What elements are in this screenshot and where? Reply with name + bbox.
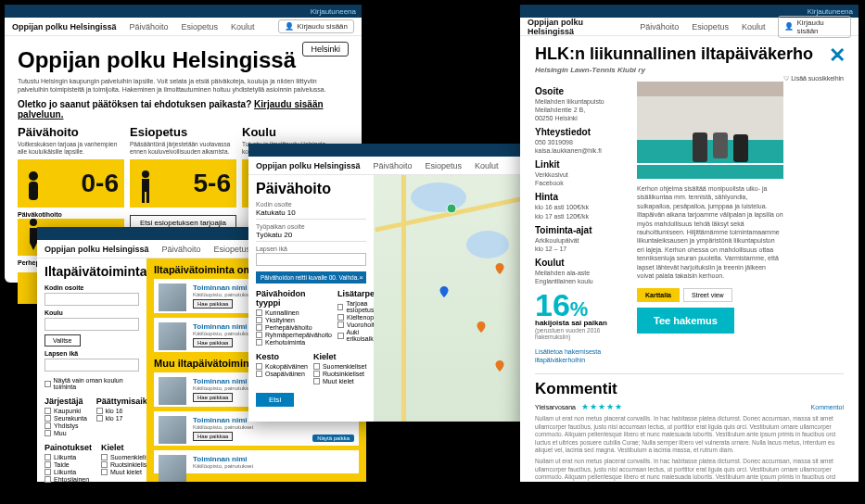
login-status: Kirjautuneena [311, 7, 356, 16]
linkit-h: Linkit [535, 159, 628, 170]
search-button[interactable]: Etsi [256, 393, 294, 407]
cb-ehto[interactable]: Ehtosijainen [45, 476, 92, 483]
map-sidebar: Päivähoito Kodin osoite Katukatu 10 Työp… [248, 175, 374, 422]
yht-l1: 050 3019098 [535, 138, 628, 146]
comment-link[interactable]: Kommentoi [811, 404, 844, 410]
age-band[interactable]: 5-6 [130, 159, 236, 208]
view-map-button[interactable]: Karttalla [637, 288, 680, 302]
show-pill[interactable]: Näytä paikka [312, 435, 354, 442]
cb-erit[interactable]: Kehitysvammaiset ja autistiset lapset [45, 500, 139, 504]
ajat-h: Toiminta-ajat [535, 225, 628, 235]
cb-vuoro[interactable]: Vuorohoitoa [337, 321, 374, 328]
cb-klo17[interactable]: klo 17 [96, 415, 152, 422]
nav-paivahoito[interactable]: Päivähoito [374, 161, 413, 170]
map-pin-blue[interactable] [439, 286, 450, 297]
nav-esiopetus[interactable]: Esiopetus [426, 161, 463, 170]
login-button[interactable]: 👤Kirjaudu sisään [778, 16, 851, 38]
col-desc: Pääsääntönä järjestetään vuotavassa enne… [130, 141, 236, 156]
nav-paivahoito[interactable]: Päivähoito [640, 22, 679, 32]
result-card[interactable]: Toiminnan nimiKätilöopisto, painotukset [154, 450, 359, 473]
hae-button[interactable]: Hae paikkaa [193, 338, 233, 347]
nav-koulut[interactable]: Koulut [231, 22, 255, 32]
brand[interactable]: Oppijan polku Helsingissä [45, 245, 149, 254]
cb-muu[interactable]: Muu [45, 430, 87, 436]
kodin-input[interactable] [45, 293, 139, 306]
nav-paivahoito[interactable]: Päivähoito [130, 22, 169, 32]
own-school-checkbox[interactable]: Näytä vain oman koulun toiminta [45, 377, 139, 390]
nav-esiopetus[interactable]: Esiopetus [692, 22, 729, 32]
view-street-button[interactable]: Street view [683, 288, 732, 302]
brand[interactable]: Oppijan polku Helsingissä [528, 18, 627, 36]
close-icon[interactable]: × [359, 273, 363, 282]
age-band[interactable]: 0-6 [18, 159, 124, 208]
kodin-value[interactable]: Katukatu 10 [256, 208, 366, 220]
tyo-value[interactable]: Työkatu 20 [256, 231, 366, 242]
koulu-input[interactable] [45, 318, 139, 331]
hae-button[interactable]: Hae paikkaa [193, 299, 233, 309]
rating-label: Yleisarvosana [535, 404, 576, 410]
login-button[interactable]: 👤Kirjaudu sisään [278, 19, 354, 33]
favorite-button[interactable]: ♡ Lisää suosikkeihin [783, 75, 844, 82]
map-pin-orange[interactable] [494, 360, 505, 372]
close-icon[interactable]: ✕ [829, 44, 846, 68]
osoite-l1: Meilahden liikuntapuisto [535, 97, 628, 106]
card-name: Toiminnan nimi [193, 455, 353, 463]
map-pin-orange[interactable] [494, 263, 505, 274]
ika-input[interactable] [45, 359, 139, 372]
card-thumb [159, 377, 186, 405]
navbar: Oppijan polku Helsingissä Päivähoito Esi… [5, 18, 362, 36]
detail-subtitle: Helsingin Lawn-Tennis Klubi ry [535, 66, 844, 74]
cb-yks[interactable]: Yksityinen [256, 317, 332, 323]
comments-heading: Kommentit [535, 380, 844, 398]
valitse-button[interactable]: Valitse [45, 334, 81, 346]
brand[interactable]: Oppijan polku Helsingissä [256, 161, 361, 170]
cb-klo16[interactable]: klo 16 [96, 408, 152, 414]
more-link-2[interactable]: iltapäiväkerhoihin [535, 356, 628, 364]
apply-button[interactable]: Tee hakemus [637, 308, 734, 334]
link-verkkosivut[interactable]: Verkkosivut [535, 170, 628, 179]
map-canvas[interactable] [374, 175, 522, 422]
map-pin-orange[interactable] [476, 321, 487, 333]
cb-kerho[interactable]: Kerhotoiminta [256, 339, 332, 346]
cb-taide[interactable]: Taide [45, 461, 92, 468]
cb-kielt[interactable]: Kieltenopetuksen [337, 314, 374, 321]
hinta-l1: klo 16 asti 100€/kk [535, 203, 628, 211]
hae-button[interactable]: Hae paikkaa [193, 393, 233, 402]
percent-sub: (perustuen vuoden 2016 hakemuksiin) [535, 327, 628, 340]
cb-auki[interactable]: Auki erikoisaikoihin [337, 329, 374, 342]
nav-esiopetus[interactable]: Esiopetus [182, 22, 219, 32]
login-prompt: Oletko jo saanut päätöksen tai ehdotukse… [18, 99, 349, 120]
koulu-label: Koulu [45, 309, 139, 316]
map-pin-green[interactable] [446, 203, 457, 214]
nav-paivahoito[interactable]: Päivähoito [162, 245, 201, 254]
cb-yhdistys[interactable]: Yhdistys [45, 422, 87, 429]
cb-liikunta2[interactable]: Liikunta [45, 469, 92, 475]
cb-seurakunta[interactable]: Seurakunta [45, 415, 87, 422]
nav-koulut[interactable]: Koulut [475, 161, 499, 170]
yht-h: Yhteystiedot [535, 127, 628, 137]
cb-kaupunki[interactable]: Kaupunki [45, 408, 87, 414]
more-link-1[interactable]: Lisätietoa hakemisesta [535, 347, 628, 356]
cb-suomi[interactable]: Suomenkieliset [313, 363, 366, 370]
login-status: Kirjautuneena [808, 7, 853, 16]
cb-ruotsi[interactable]: Ruotsinkieliset [313, 371, 366, 377]
nav-esiopetus[interactable]: Esiopetus [214, 245, 251, 254]
link-facebook[interactable]: Facebook [535, 179, 628, 187]
cb-kunn[interactable]: Kunnallinen [256, 309, 332, 316]
svg-rect-5 [142, 192, 145, 203]
brand[interactable]: Oppijan polku Helsingissä [12, 22, 117, 32]
cb-koko[interactable]: Kokopäiväinen [256, 363, 308, 370]
hae-button[interactable]: Hae paikkaa [193, 432, 233, 441]
cb-osa[interactable]: Osapäiväinen [256, 371, 308, 377]
cb-liikunta[interactable]: Liikunta [45, 454, 92, 460]
cb-esio[interactable]: Tarjoaa esiopetusta [337, 300, 374, 313]
ika-input[interactable] [256, 253, 366, 266]
cb-ryhma[interactable]: Ryhmäperhepäivähoito [256, 332, 332, 338]
cb-perhe[interactable]: Perhepäivähoito [256, 324, 332, 331]
ika-label: Lapsen ikä [45, 350, 139, 357]
osoite-h: Osoite [535, 86, 628, 96]
card-thumb [159, 284, 186, 311]
cb-muut[interactable]: Muut kielet [313, 378, 366, 384]
nav-koulut[interactable]: Koulut [742, 22, 766, 32]
svg-point-2 [30, 219, 37, 226]
